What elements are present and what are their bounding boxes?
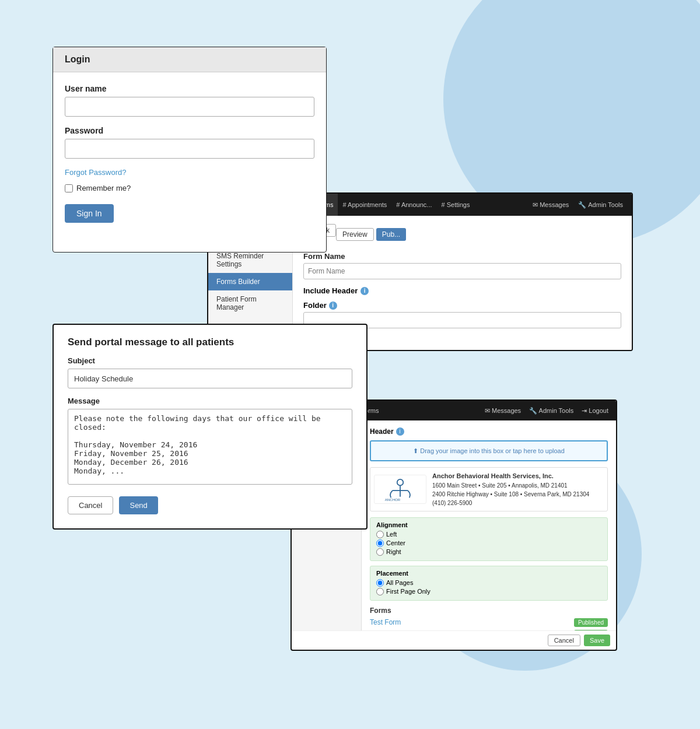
include-header-info-icon[interactable]: i — [360, 287, 369, 295]
folder-row: Folder i — [303, 301, 621, 310]
anchor-address2: 2400 Ritchie Highway • Suite 108 • Sever… — [432, 491, 589, 497]
sidebar-item-patient-form[interactable]: Patient Form Manager — [208, 290, 292, 316]
align-left-label: Left — [386, 531, 397, 538]
forms-actions-bar: Cancel Save — [292, 630, 616, 650]
form-name-input[interactable] — [303, 263, 621, 279]
forms-nav-right: ✉ Messages 🔧 Admin Tools ⇥ Logout — [482, 407, 611, 415]
login-title: Login — [65, 54, 90, 64]
messages-label: Messages — [540, 201, 569, 208]
header-info-icon[interactable]: i — [396, 427, 404, 436]
alignment-label: Alignment — [376, 521, 601, 528]
form-name-label: Form Name — [303, 252, 621, 261]
send-message-card: Send portal message to all patients Subj… — [52, 324, 368, 530]
folder-label: Folder — [303, 301, 327, 310]
message-textarea[interactable]: Please note the following days that our … — [68, 409, 352, 485]
messages-icon: ✉ — [533, 201, 538, 209]
anchor-name: Anchor Behavioral Health Services, Inc. — [432, 472, 554, 479]
sidebar-item-forms-builder[interactable]: Forms Builder — [208, 273, 292, 290]
send-button[interactable]: Send — [119, 496, 158, 514]
admin-label: Admin Tools — [588, 201, 623, 208]
portal-nav-appointments[interactable]: # Appointments — [339, 194, 391, 216]
anchor-address1: 1600 Main Street • Suite 205 • Annapolis… — [432, 482, 568, 489]
login-card-body: User name Password Forgot Password? Reme… — [53, 72, 326, 234]
align-right-radio[interactable] — [376, 548, 384, 556]
forms-main: Header i ⬆ Drag your image into this box… — [362, 420, 616, 630]
upload-text: ⬆ Drag your image into this box or tap h… — [413, 447, 565, 455]
place-all-row: All Pages — [376, 579, 601, 587]
forms-nav-logout[interactable]: ⇥ Logout — [579, 407, 611, 415]
forms-list-section: Forms Test Form Published New Safari Pub… — [370, 607, 608, 631]
alignment-section: Alignment Left Center Right — [370, 517, 608, 561]
folder-info-icon[interactable]: i — [329, 302, 337, 310]
message-body-label: Message — [68, 397, 352, 405]
place-all-radio[interactable] — [376, 579, 384, 587]
forgot-password-link[interactable]: Forgot Password? — [65, 168, 314, 177]
preview-button[interactable]: Preview — [336, 228, 374, 241]
align-left-row: Left — [376, 531, 601, 538]
forms-list-label: Forms — [370, 607, 608, 615]
subject-input[interactable] — [68, 369, 352, 388]
form2-badge: Published — [574, 630, 608, 631]
portal-nav-messages[interactable]: ✉ Messages — [528, 201, 573, 209]
form2-name[interactable]: New Safari — [370, 630, 404, 630]
placement-label: Placement — [376, 570, 601, 577]
sign-in-button[interactable]: Sign In — [65, 204, 114, 223]
forms-save-button[interactable]: Save — [584, 635, 610, 646]
align-center-row: Center — [376, 539, 601, 547]
form1-badge: Published — [574, 618, 608, 627]
portal-nav-announcements[interactable]: # Announc... — [392, 194, 436, 216]
include-header-label: Include Header — [303, 286, 358, 295]
place-all-label: All Pages — [386, 579, 413, 586]
align-center-label: Center — [386, 539, 405, 546]
cancel-button[interactable]: Cancel — [68, 496, 113, 514]
login-card: Login User name Password Forgot Password… — [52, 47, 327, 253]
message-actions: Cancel Send — [68, 496, 352, 514]
anchor-logo-svg: ANCHOR — [380, 476, 421, 502]
svg-text:ANCHOR: ANCHOR — [385, 497, 401, 502]
svg-point-0 — [397, 479, 404, 486]
place-first-label: First Page Only — [386, 588, 430, 595]
anchor-logo: ANCHOR — [374, 475, 426, 504]
align-right-label: Right — [386, 548, 401, 555]
align-center-radio[interactable] — [376, 539, 384, 547]
password-input[interactable] — [65, 139, 314, 159]
portal-nav-settings[interactable]: # Settings — [438, 194, 474, 216]
anchor-info: Anchor Behavioral Health Services, Inc. … — [432, 471, 589, 507]
place-first-row: First Page Only — [376, 588, 601, 595]
header-label-row: Header i — [370, 427, 608, 436]
anchor-logo-section: ANCHOR Anchor Behavioral Health Services… — [370, 467, 608, 511]
username-label: User name — [65, 84, 314, 93]
forms-cancel-button[interactable]: Cancel — [548, 635, 580, 646]
remember-me-label: Remember me? — [76, 184, 131, 192]
place-first-radio[interactable] — [376, 588, 384, 595]
forms-nav-messages[interactable]: ✉ Messages — [482, 407, 524, 415]
password-label: Password — [65, 126, 314, 135]
header-label: Header — [370, 427, 394, 436]
form1-badge-label: Published — [578, 619, 604, 626]
publish-button[interactable]: Pub... — [376, 228, 406, 241]
admin-icon: 🔧 — [578, 201, 586, 209]
form-list-row-1: Test Form Published — [370, 618, 608, 627]
align-left-radio[interactable] — [376, 531, 384, 538]
portal-actions: Preview Pub... — [336, 228, 406, 241]
remember-me-row: Remember me? — [65, 184, 314, 192]
subject-label: Subject — [68, 356, 352, 365]
remember-me-checkbox[interactable] — [65, 184, 73, 192]
message-title: Send portal message to all patients — [68, 337, 352, 348]
form1-name[interactable]: Test Form — [370, 618, 401, 626]
include-header-row: Include Header i — [303, 286, 621, 295]
username-input[interactable] — [65, 97, 314, 117]
anchor-phone: (410) 226-5900 — [432, 500, 472, 506]
placement-section: Placement All Pages First Page Only — [370, 566, 608, 601]
header-upload-box[interactable]: ⬆ Drag your image into this box or tap h… — [370, 440, 608, 461]
form-list-row-2: New Safari Published — [370, 630, 608, 631]
portal-nav-admin[interactable]: 🔧 Admin Tools — [574, 201, 627, 209]
login-card-header: Login — [53, 47, 326, 72]
forms-nav-admin[interactable]: 🔧 Admin Tools — [526, 407, 576, 415]
align-right-row: Right — [376, 548, 601, 556]
